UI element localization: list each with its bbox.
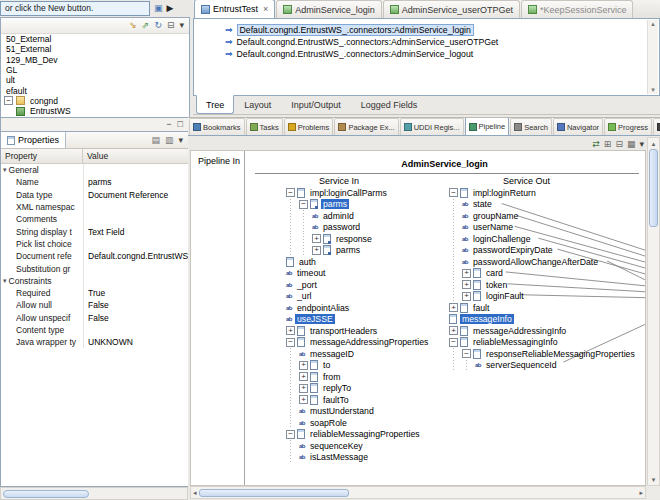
view-menu-icon[interactable]: ▾ <box>179 21 184 30</box>
expand-icon[interactable]: + <box>286 326 295 335</box>
collapse-icon[interactable]: − <box>286 188 295 197</box>
pipeline-tree-item[interactable]: abuseJSSE <box>286 314 430 326</box>
navigator-item[interactable]: GL <box>1 65 189 75</box>
scroll-up-icon[interactable]: ▴ <box>651 20 655 28</box>
scroll-down-icon[interactable]: ▾ <box>651 86 655 94</box>
property-row[interactable]: Content type <box>1 324 188 336</box>
editor-tab[interactable]: AdminService_login <box>276 0 382 18</box>
editor-tab[interactable]: AdminService_userOTPGet <box>383 0 520 18</box>
export-icon[interactable]: ⇗ <box>142 21 150 30</box>
expand-icon[interactable]: + <box>299 361 308 370</box>
flow-step[interactable]: ⇒Default.congnd.EntrustWS_.connectors:Ad… <box>194 24 659 36</box>
pipeline-tree-item[interactable]: abstate <box>449 199 637 211</box>
arrow-right-icon[interactable]: ▶ <box>167 4 174 13</box>
navigator-item[interactable]: −congnd <box>1 96 189 106</box>
view-tab-tree[interactable]: Tree <box>196 95 234 114</box>
editor-tab[interactable]: EntrustTest× <box>194 0 275 18</box>
property-row[interactable]: ▾General <box>1 164 188 176</box>
property-row[interactable]: Allow unspecifFalse <box>1 312 188 324</box>
tab-bookmarks[interactable]: Bookmarks <box>189 118 245 135</box>
section-twisty-icon[interactable]: ▾ <box>3 166 7 174</box>
pipeline-tree-item[interactable]: ab_port <box>286 279 430 291</box>
navigator-item[interactable]: efault <box>1 85 189 95</box>
view-menu-icon[interactable]: ▾ <box>639 140 644 149</box>
collapse-icon[interactable]: − <box>286 338 295 347</box>
pipeline-tree-item[interactable]: +card <box>449 268 637 280</box>
layers-icon[interactable]: ▦ <box>627 140 636 149</box>
view-menu-icon[interactable]: ▾ <box>178 136 183 145</box>
section-twisty-icon[interactable]: ▾ <box>3 277 7 285</box>
map-icon[interactable]: ⇄ <box>592 140 600 149</box>
view-tab-input-output[interactable]: Input/Output <box>281 96 351 114</box>
pipeline-tree-item[interactable]: abmessageID <box>286 348 430 360</box>
expand-icon[interactable]: + <box>449 303 458 312</box>
tab-console[interactable]: Console <box>653 118 660 135</box>
expand-icon[interactable]: + <box>312 246 321 255</box>
tab-uddi[interactable]: UDDI Regis... <box>400 118 464 135</box>
tab-package[interactable]: Package Ex... <box>334 118 398 135</box>
expand-icon[interactable]: + <box>299 372 308 381</box>
scrollbar-thumb[interactable] <box>3 490 89 498</box>
property-row[interactable]: Nameparms <box>1 176 188 188</box>
tab-search[interactable]: Search <box>510 118 552 135</box>
tab-navigator[interactable]: Navigator <box>553 118 603 135</box>
pipeline-tree-item[interactable]: abgroupName <box>449 210 637 222</box>
pipeline-tree-item[interactable]: +from <box>286 371 430 383</box>
property-row[interactable]: Comments <box>1 213 188 225</box>
tab-pipeline[interactable]: Pipeline <box>465 118 510 135</box>
properties-hscrollbar[interactable] <box>0 487 188 500</box>
pipeline-tree-item[interactable]: absoapRole <box>286 417 430 429</box>
view-tab-logged-fields[interactable]: Logged Fields <box>351 96 428 114</box>
property-row[interactable]: Pick list choice <box>1 238 188 250</box>
pipeline-tree-item[interactable]: abserverSequenceId <box>449 360 637 372</box>
collapse-icon[interactable]: − <box>286 430 295 439</box>
expand-icon[interactable]: + <box>449 326 458 335</box>
refresh-icon[interactable]: ↻ <box>154 21 162 30</box>
property-row[interactable]: RequiredTrue <box>1 287 188 299</box>
expand-icon[interactable]: + <box>312 234 321 243</box>
pipeline-vscrollbar[interactable]: ▴ ▾ <box>647 137 660 486</box>
pipeline-tree-item[interactable]: abuserName <box>449 222 637 234</box>
scroll-right-icon[interactable]: ▸ <box>639 489 643 497</box>
pipeline-tree-item[interactable]: −reliableMessagingInfo <box>449 337 637 349</box>
pipeline-tree-item[interactable]: ab_url <box>286 291 430 303</box>
tab-progress[interactable]: Progress <box>604 118 652 135</box>
pipeline-tree-item[interactable]: +replyTo <box>286 383 430 395</box>
filter-icon[interactable]: ▥ <box>165 136 174 145</box>
collapse-icon[interactable]: − <box>449 188 458 197</box>
pipeline-tree-item[interactable]: abpasswordAllowChangeAfterDate <box>449 256 637 268</box>
pipeline-tree-item[interactable]: abloginChallenge <box>449 233 637 245</box>
editor-tab[interactable]: *KeepSessionService <box>521 0 634 18</box>
expand-icon[interactable]: + <box>299 384 308 393</box>
collapse-icon[interactable]: − <box>449 338 458 347</box>
close-icon[interactable]: × <box>263 5 268 14</box>
pipeline-hscrollbar[interactable]: ◂ ▸ <box>190 486 646 499</box>
scrollbar-thumb[interactable] <box>649 149 658 227</box>
pipeline-tree-item[interactable]: +transportHeaders <box>286 325 430 337</box>
property-row[interactable]: ▾Constraints <box>1 275 188 287</box>
collapse-icon[interactable]: − <box>299 200 308 209</box>
scrollbar-thumb[interactable] <box>199 489 349 497</box>
property-row[interactable]: Allow nullFalse <box>1 299 188 311</box>
expand-icon[interactable]: + <box>462 269 471 278</box>
pipeline-tree-item[interactable]: +loginFault <box>449 291 637 303</box>
editor-vscrollbar[interactable]: ▴ ▾ <box>647 20 658 94</box>
expand-icon[interactable]: + <box>462 292 471 301</box>
pipeline-tree-item[interactable]: +response <box>286 233 430 245</box>
collapse-all-icon[interactable]: ⊟ <box>615 140 623 149</box>
pipeline-tree-item[interactable]: auth <box>286 256 430 268</box>
pipeline-tree-item[interactable]: +fault <box>449 302 637 314</box>
pipeline-tree-item[interactable]: abpassword <box>286 222 430 234</box>
scroll-left-icon[interactable]: ◂ <box>193 489 197 497</box>
window-icon[interactable]: ▣ <box>154 4 163 13</box>
pipeline-tree-item[interactable]: abisLastMessage <box>286 452 430 464</box>
pipeline-tree-item[interactable]: +to <box>286 360 430 372</box>
minimize-icon[interactable]: − <box>166 120 171 129</box>
navigator-item[interactable]: ult <box>1 75 189 85</box>
pipeline-tree-item[interactable]: abmustUnderstand <box>286 406 430 418</box>
pipeline-tree-item[interactable]: abtimeout <box>286 268 430 280</box>
import-icon[interactable]: ⇘ <box>129 21 137 30</box>
pipeline-tree-item[interactable]: +parms <box>286 245 430 257</box>
navigator-item[interactable]: EntrustWS <box>1 106 189 116</box>
navigator-item[interactable]: 129_MB_Dev <box>1 55 189 65</box>
